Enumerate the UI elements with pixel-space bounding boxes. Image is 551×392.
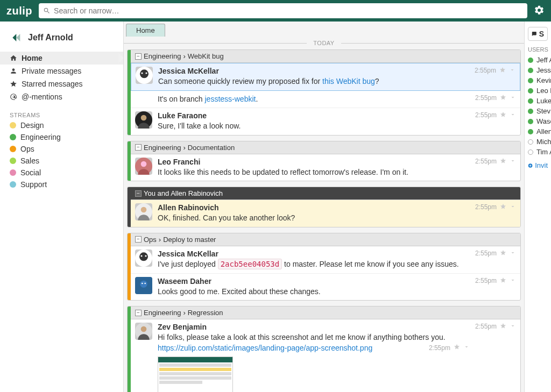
- presence-dot: [528, 78, 533, 83]
- message-row[interactable]: Leo FranchiIt looks like this needs to b…: [131, 154, 520, 181]
- sender-name: Waseem Daher: [158, 277, 470, 286]
- collapse-icon[interactable]: −: [135, 236, 142, 243]
- user-name: Stev: [536, 107, 550, 115]
- stream-header[interactable]: −Ops › Deploy to master: [131, 233, 520, 246]
- user-row[interactable]: Jeff A: [528, 55, 548, 65]
- message-body: It's on branch jesstess-webkit.: [158, 94, 470, 105]
- left-sidebar: Jeff Arnold Home Private messages Starre…: [0, 22, 124, 392]
- collapse-icon[interactable]: −: [135, 310, 142, 316]
- chevron-down-icon[interactable]: [510, 203, 516, 210]
- nav-home[interactable]: Home: [0, 52, 123, 65]
- user-row[interactable]: Micha: [528, 137, 548, 147]
- message-feed[interactable]: −Engineering › WebKit bugJessica McKella…: [124, 49, 524, 392]
- chevron-down-icon[interactable]: [510, 250, 516, 256]
- stream-item[interactable]: Support: [0, 179, 123, 190]
- message-body: Zev BenjaminHi folks, please take a look…: [158, 323, 470, 392]
- star-icon[interactable]: [499, 67, 506, 73]
- message-time: 2:55pm: [475, 67, 496, 74]
- chevron-down-icon[interactable]: [510, 158, 516, 164]
- chevron-down-icon[interactable]: [463, 344, 470, 350]
- chevron-down-icon[interactable]: [510, 111, 516, 118]
- message-row[interactable]: Jessica McKellarCan someone quickly revi…: [131, 63, 520, 91]
- star-icon[interactable]: [500, 250, 506, 256]
- message-link[interactable]: https://zulip.com/static/images/landing-…: [158, 343, 372, 354]
- user-row[interactable]: Stev: [528, 106, 548, 116]
- user-name: Kevin: [536, 76, 551, 84]
- stream-item[interactable]: Social: [0, 167, 123, 179]
- today-divider: TODAY: [124, 37, 524, 49]
- image-thumbnail[interactable]: [158, 357, 233, 392]
- svg-point-5: [141, 115, 147, 121]
- tab-home[interactable]: Home: [126, 24, 165, 37]
- message-link[interactable]: this WebKit bug: [322, 77, 375, 85]
- collapse-icon[interactable]: −: [135, 53, 142, 60]
- chevron-down-icon[interactable]: [510, 323, 516, 329]
- collapse-icon[interactable]: −: [135, 144, 142, 151]
- svg-point-3: [145, 72, 147, 74]
- user-row[interactable]: Allen: [528, 126, 548, 137]
- stream-header[interactable]: −Engineering › WebKit bug: [131, 50, 520, 63]
- message-row[interactable]: Jessica McKellarI've just deployed 2acb5…: [131, 246, 520, 274]
- star-icon[interactable]: [500, 277, 506, 283]
- message-row[interactable]: Waseem DaherLooks good to me. Excited ab…: [131, 274, 520, 301]
- message-row[interactable]: Luke FaraoneSure, I'll take a look now.2…: [131, 108, 520, 135]
- current-user[interactable]: Jeff Arnold: [0, 28, 123, 52]
- nav-starred[interactable]: Starred messages: [0, 77, 123, 90]
- star-icon[interactable]: [500, 323, 506, 329]
- collapse-icon[interactable]: −: [135, 190, 142, 197]
- stream-header[interactable]: −Engineering › Regression: [131, 307, 520, 319]
- stream-item[interactable]: Design: [0, 119, 123, 131]
- message-meta: 2:55pm: [475, 94, 516, 105]
- stream-name: Engineering: [144, 144, 181, 152]
- user-row[interactable]: Jessi: [528, 65, 548, 75]
- message-link[interactable]: jesstess-webkit: [205, 95, 256, 103]
- stream-color-dot: [10, 169, 16, 176]
- user-row[interactable]: Leo F: [528, 85, 548, 96]
- topic-name: Deploy to master: [163, 236, 216, 244]
- current-user-name: Jeff Arnold: [28, 33, 73, 42]
- user-row[interactable]: Luke: [528, 96, 548, 106]
- nav-mentions[interactable]: @-mentions: [0, 90, 123, 103]
- app-header: zulip: [0, 0, 551, 22]
- tabs: Home: [124, 22, 524, 37]
- search-container[interactable]: [39, 3, 527, 18]
- message-row[interactable]: It's on branch jesstess-webkit.2:55pm: [131, 91, 520, 109]
- stream-item[interactable]: Sales: [0, 155, 123, 167]
- invite-link[interactable]: Invit: [528, 161, 548, 169]
- stream-name: Ops: [144, 236, 157, 244]
- user-row[interactable]: Wase: [528, 116, 548, 126]
- search-input[interactable]: [54, 6, 523, 15]
- message-row[interactable]: Allen RabinovichOK, finished. Can you ta…: [131, 200, 520, 227]
- presence-dot: [528, 149, 533, 155]
- message-row[interactable]: Zev BenjaminHi folks, please take a look…: [131, 319, 520, 392]
- star-icon[interactable]: [500, 158, 506, 164]
- message-content: Can someone quickly review my proposed f…: [158, 76, 469, 87]
- nav-private-messages[interactable]: Private messages: [0, 65, 123, 77]
- stream-header[interactable]: −Engineering › Documentation: [131, 141, 520, 154]
- star-icon[interactable]: [500, 111, 506, 118]
- stream-name: Design: [20, 121, 44, 130]
- compose-button[interactable]: S: [528, 27, 548, 41]
- chevron-down-icon[interactable]: [510, 94, 516, 101]
- avatar-spacer: [135, 94, 152, 105]
- stream-header[interactable]: −You and Allen Rabinovich: [131, 187, 520, 200]
- chevron-down-icon[interactable]: [510, 277, 516, 283]
- star-icon[interactable]: [500, 94, 506, 101]
- user-row[interactable]: Kevin: [528, 75, 548, 85]
- users-label: USERS: [528, 46, 548, 53]
- commit-hash: 2acb5ee04053d: [218, 259, 282, 269]
- star-icon[interactable]: [454, 344, 460, 350]
- presence-dot: [528, 109, 533, 114]
- person-icon: [10, 67, 17, 75]
- message-meta: 2:55pm: [475, 277, 516, 297]
- message-time: 2:55pm: [429, 344, 470, 353]
- stream-item[interactable]: Engineering: [0, 131, 123, 143]
- stream-name: Social: [20, 168, 41, 177]
- star-icon[interactable]: [500, 203, 506, 210]
- avatar: [135, 203, 152, 220]
- chevron-down-icon[interactable]: [509, 67, 515, 73]
- user-row[interactable]: Tim A: [528, 147, 548, 157]
- stream-item[interactable]: Ops: [0, 143, 123, 155]
- settings-button[interactable]: [534, 5, 545, 17]
- message-content: Looks good to me. Excited about these ch…: [158, 287, 470, 297]
